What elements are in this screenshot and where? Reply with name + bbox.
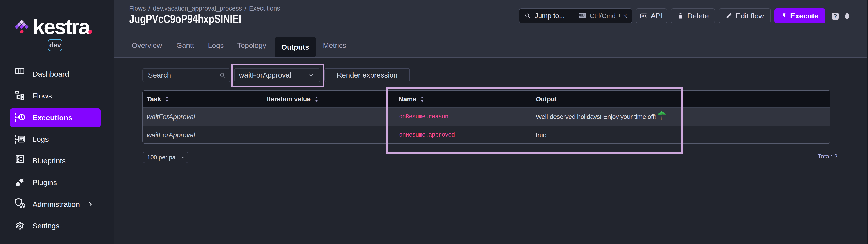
- svg-text:API: API: [641, 15, 646, 18]
